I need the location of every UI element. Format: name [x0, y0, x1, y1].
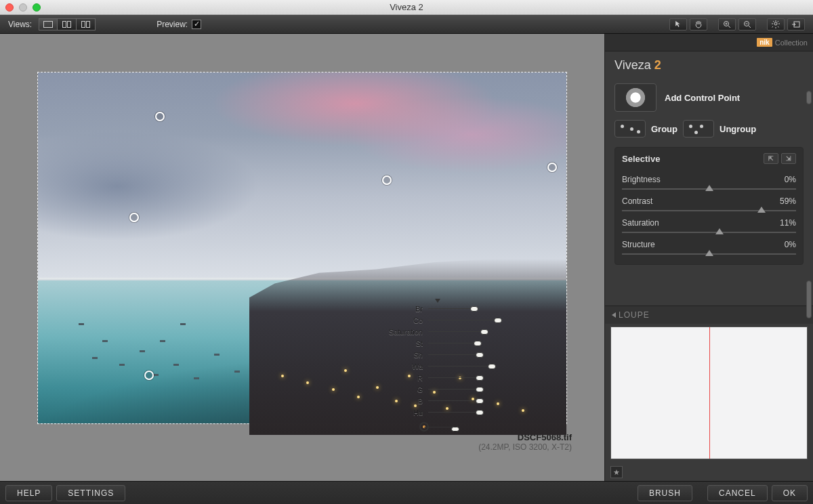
- collapse-icon[interactable]: ⇲: [781, 153, 796, 164]
- ungroup-button[interactable]: Ungroup: [683, 120, 756, 138]
- view-side-button[interactable]: [77, 18, 96, 30]
- control-point[interactable]: [547, 163, 557, 172]
- help-button[interactable]: HELP: [5, 485, 52, 501]
- cp-slider-st[interactable]: St: [383, 337, 519, 349]
- panel-scrollbar[interactable]: [806, 280, 812, 318]
- loupe-divider: [709, 327, 710, 459]
- export-tool-icon[interactable]: [787, 18, 805, 30]
- ok-button[interactable]: OK: [772, 485, 808, 501]
- select-tool-icon[interactable]: [669, 18, 687, 30]
- window-title: Viveza 2: [0, 2, 813, 12]
- loupe-preview[interactable]: [610, 327, 808, 459]
- zoom-in-icon[interactable]: [718, 18, 736, 30]
- cp-slider-r[interactable]: R: [383, 372, 519, 383]
- side-panel: nik Collection Viveza 2 Add Control Poin…: [604, 34, 813, 481]
- control-point[interactable]: [382, 175, 392, 185]
- sliders-group: Brightness0%Contrast59%Saturation11%Stru…: [615, 169, 803, 264]
- nik-logo: nik: [757, 38, 772, 47]
- views-label: Views:: [8, 20, 32, 29]
- selective-label: Selective: [622, 154, 660, 164]
- pan-tool-icon[interactable]: [690, 18, 707, 30]
- ungroup-icon: [683, 120, 714, 138]
- cp-slider-b[interactable]: B: [383, 395, 519, 406]
- slider-brightness[interactable]: Brightness0%: [622, 175, 796, 190]
- add-control-point-button[interactable]: Add Control Point: [614, 83, 804, 112]
- control-point-icon: [614, 83, 656, 112]
- svg-line-1: [728, 26, 730, 28]
- control-point[interactable]: [144, 371, 154, 380]
- zoom-out-icon[interactable]: [738, 18, 756, 30]
- canvas-area[interactable]: BrCoSaturationStShWaRGBHu DSCF5068.tif (…: [0, 34, 604, 481]
- cp-slider-br[interactable]: Br: [383, 303, 519, 314]
- bottom-bar: HELP SETTINGS BRUSH CANCEL OK: [0, 481, 813, 504]
- cancel-button[interactable]: CANCEL: [707, 485, 768, 501]
- expand-icon[interactable]: ⇱: [764, 153, 778, 164]
- active-control-point[interactable]: BrCoSaturationStShWaRGBHu: [383, 303, 519, 418]
- control-point[interactable]: [155, 112, 165, 121]
- cp-slider-wa[interactable]: Wa: [383, 360, 519, 372]
- disclosure-icon: [612, 312, 616, 318]
- group-button[interactable]: Group: [614, 120, 678, 138]
- cp-slider-sh[interactable]: Sh: [383, 349, 519, 360]
- selective-section: Selective ⇱ ⇲ Brightness0%Contrast59%Sat…: [614, 147, 804, 265]
- loupe-header[interactable]: LOUPE: [605, 306, 813, 324]
- panel-title: Viveza 2: [605, 51, 813, 79]
- slider-contrast[interactable]: Contrast59%: [622, 196, 796, 211]
- preview-checkbox[interactable]: ✓: [192, 20, 201, 29]
- svg-line-5: [749, 26, 751, 28]
- collection-label: Collection: [775, 39, 808, 47]
- settings-button[interactable]: SETTINGS: [56, 485, 125, 501]
- brush-button[interactable]: BRUSH: [638, 485, 692, 501]
- view-mode-group: [39, 18, 96, 30]
- view-split-button[interactable]: [58, 18, 77, 30]
- panel-scrollbar[interactable]: [806, 91, 812, 104]
- image-meta-label: (24.2MP, ISO 3200, X-T2): [478, 442, 572, 452]
- cp-slider-saturation[interactable]: Saturation: [383, 326, 519, 337]
- group-icon: [614, 120, 646, 138]
- window-titlebar: Viveza 2: [0, 0, 813, 15]
- cp-slider-hu[interactable]: Hu: [383, 406, 519, 418]
- cp-slider-co[interactable]: Co: [383, 314, 519, 326]
- control-point[interactable]: [129, 213, 139, 222]
- image-preview[interactable]: BrCoSaturationStShWaRGBHu: [37, 72, 567, 424]
- control-point-size-handle[interactable]: [451, 427, 459, 432]
- svg-point-7: [774, 22, 777, 25]
- image-caption: DSCF5068.tif (24.2MP, ISO 3200, X-T2): [478, 432, 572, 452]
- toolbar: Views: Preview: ✓: [0, 15, 813, 34]
- favorite-button[interactable]: ★: [610, 466, 623, 478]
- cp-slider-g[interactable]: G: [383, 383, 519, 395]
- view-single-button[interactable]: [39, 18, 58, 30]
- light-tool-icon[interactable]: [767, 18, 785, 30]
- slider-saturation[interactable]: Saturation11%: [622, 218, 796, 233]
- preview-label: Preview:: [157, 20, 188, 29]
- brand-bar: nik Collection: [605, 34, 813, 51]
- slider-structure[interactable]: Structure0%: [622, 240, 796, 255]
